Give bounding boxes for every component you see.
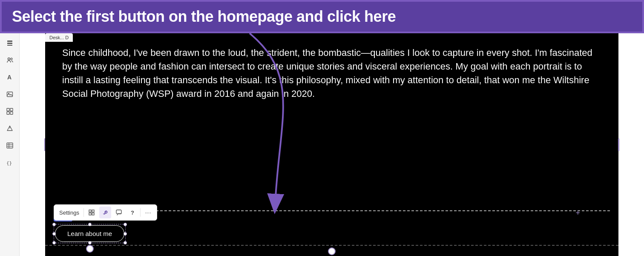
code-icon[interactable]: {} (5, 158, 14, 167)
svg-rect-11 (10, 112, 13, 114)
toolbar-divider-2 (140, 208, 141, 217)
main-area: A (0, 33, 644, 256)
svg-rect-23 (116, 210, 121, 214)
svg-rect-21 (89, 213, 91, 215)
right-resize-handle[interactable] (618, 138, 619, 151)
instruction-text: Select the first button on the homepage … (12, 8, 396, 26)
svg-point-3 (8, 58, 10, 60)
layers-icon[interactable] (5, 38, 14, 48)
svg-text:A: A (7, 74, 12, 81)
page-right-edge (618, 33, 644, 256)
canvas-area: Desk... D Since childhood, I've been dra… (20, 33, 644, 256)
context-toolbar: Settings (54, 204, 157, 221)
svg-rect-22 (92, 213, 94, 215)
page-left-edge (20, 33, 45, 256)
rotate-handle[interactable] (86, 245, 94, 253)
selection-handle-tr[interactable] (124, 223, 127, 226)
settings-label: Settings (57, 208, 82, 218)
bottom-resize-row (45, 246, 618, 256)
people-icon[interactable] (5, 55, 14, 65)
plugins-icon[interactable] (5, 124, 14, 133)
svg-rect-9 (10, 108, 13, 111)
svg-rect-0 (7, 41, 12, 42)
svg-rect-6 (7, 92, 12, 97)
button-area: Button Settings (45, 211, 618, 243)
toolbar-help-button[interactable]: ? (126, 207, 138, 218)
table-icon[interactable] (5, 141, 14, 150)
svg-text:{}: {} (6, 160, 12, 166)
components-icon[interactable] (5, 107, 14, 116)
add-section-button[interactable]: + (575, 209, 580, 218)
selection-handle-bl[interactable] (52, 241, 56, 244)
svg-rect-10 (7, 112, 9, 114)
svg-rect-20 (92, 210, 94, 212)
image-icon[interactable] (5, 90, 14, 99)
dark-content-area: Desk... D Since childhood, I've been dra… (45, 33, 618, 256)
article-text-block: Since childhood, I've been drawn to the … (45, 33, 618, 210)
bottom-resize-handle[interactable] (328, 247, 336, 255)
design-tab[interactable]: Desk... D (45, 33, 73, 42)
svg-rect-2 (7, 45, 12, 46)
text-icon[interactable]: A (5, 73, 14, 82)
left-sidebar: A (0, 33, 20, 256)
toolbar-more-button[interactable]: ··· (142, 207, 154, 218)
learn-about-me-button[interactable]: Learn about me (55, 225, 124, 242)
design-tab-label: Desk... D (49, 35, 69, 40)
svg-rect-8 (7, 108, 9, 111)
toolbar-divider-1 (83, 208, 84, 217)
svg-point-4 (11, 58, 12, 60)
toolbar-comment-button[interactable] (113, 207, 125, 218)
toolbar-link-button[interactable] (99, 207, 111, 218)
instruction-banner: Select the first button on the homepage … (0, 0, 644, 33)
toolbar-grid-button[interactable] (86, 207, 98, 218)
selection-handle-tl[interactable] (52, 223, 56, 226)
svg-rect-1 (7, 43, 12, 44)
selection-handle-br[interactable] (124, 241, 127, 244)
svg-rect-14 (7, 143, 13, 148)
svg-rect-19 (89, 210, 91, 212)
button-selection-wrapper: Learn about me (54, 224, 126, 243)
